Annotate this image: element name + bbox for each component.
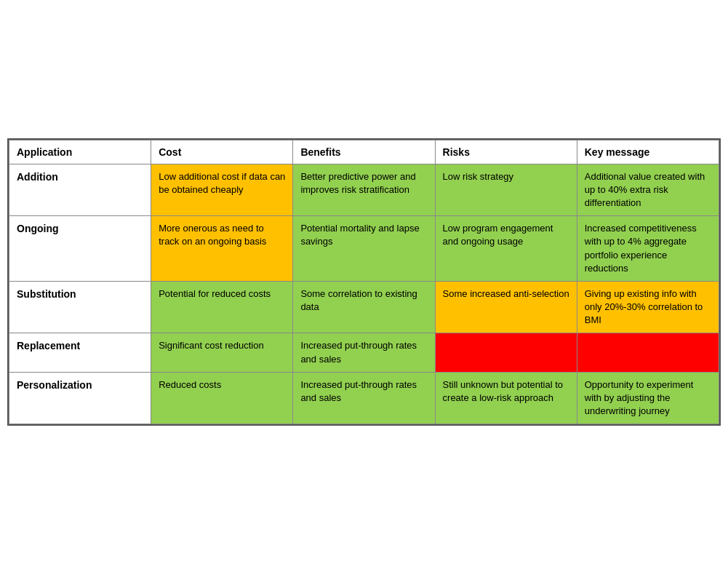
header-row: Application Cost Benefits Risks Key mess… (9, 140, 719, 164)
comparison-table: Application Cost Benefits Risks Key mess… (9, 140, 719, 425)
cell-cost-2: Potential for reduced costs (151, 281, 293, 333)
cell-risks-2: Some increased anti-selection (435, 281, 577, 333)
cell-cost-3: Significant cost reduction (151, 333, 293, 372)
cell-cost-4: Reduced costs (151, 372, 293, 424)
main-table-wrapper: Application Cost Benefits Risks Key mess… (7, 138, 721, 426)
cell-key-message-0: Additional value created with up to 40% … (577, 164, 719, 216)
cell-key-message-4: Opportunity to experiment with by adjust… (577, 372, 719, 424)
cell-application-2: Substitution (9, 281, 151, 333)
cell-application-0: Addition (9, 164, 151, 216)
cell-key-message-1: Increased competitiveness with up to 4% … (577, 216, 719, 282)
cell-application-3: Replacement (9, 333, 151, 372)
header-key-message: Key message (577, 140, 719, 164)
table-row: SubstitutionPotential for reduced costsS… (9, 281, 719, 333)
cell-application-4: Personalization (9, 372, 151, 424)
table-row: ReplacementSignificant cost reductionInc… (9, 333, 719, 372)
cell-risks-4: Still unknown but potential to create a … (435, 372, 577, 424)
table-row: OngoingMore onerous as need to track on … (9, 216, 719, 282)
cell-key-message-3: 30%-70% increase in mortality in most ma… (577, 333, 719, 372)
cell-key-message-2: Giving up existing info with only 20%-30… (577, 281, 719, 333)
header-cost: Cost (151, 140, 293, 164)
header-risks: Risks (435, 140, 577, 164)
header-application: Application (9, 140, 151, 164)
cell-cost-0: Low additional cost if data can be obtai… (151, 164, 293, 216)
cell-application-1: Ongoing (9, 216, 151, 282)
table-row: PersonalizationReduced costsIncreased pu… (9, 372, 719, 424)
cell-risks-0: Low risk strategy (435, 164, 577, 216)
header-benefits: Benefits (293, 140, 435, 164)
cell-benefits-1: Potential mortality and lapse savings (293, 216, 435, 282)
cell-benefits-0: Better predictive power and improves ris… (293, 164, 435, 216)
cell-benefits-3: Increased put-through rates and sales (293, 333, 435, 372)
table-row: AdditionLow additional cost if data can … (9, 164, 719, 216)
cell-benefits-2: Some correlation to existing data (293, 281, 435, 333)
cell-risks-1: Low program engagement and ongoing usage (435, 216, 577, 282)
cell-cost-1: More onerous as need to track on an ongo… (151, 216, 293, 282)
cell-benefits-4: Increased put-through rates and sales (293, 372, 435, 424)
cell-risks-3: Significant increased anti-selection (435, 333, 577, 372)
